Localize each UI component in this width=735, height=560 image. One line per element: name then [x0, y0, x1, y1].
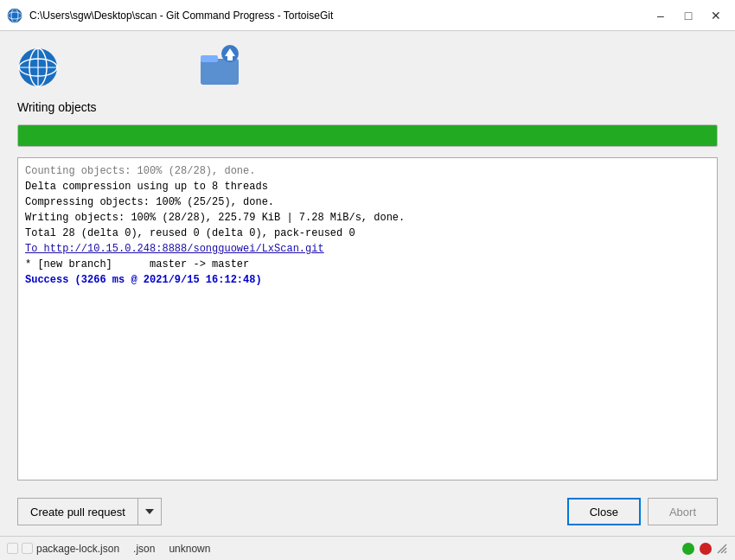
- dropdown-arrow-icon: [145, 509, 154, 514]
- status-bar: package-lock.json .json unknown: [0, 536, 735, 560]
- status-red-icon: [699, 542, 713, 556]
- window-title: C:\Users\sgw\Desktop\scan - Git Command …: [29, 10, 333, 22]
- log-line: Delta compression using up to 8 threads: [25, 179, 710, 194]
- tortoisegit-icon: [7, 8, 22, 23]
- button-bar: Create pull request Close Abort: [0, 491, 735, 536]
- progress-bar: [18, 125, 717, 146]
- log-line: To http://10.15.0.248:8888/songguowei/Lx…: [25, 241, 710, 257]
- titlebar-controls: – □ ✕: [649, 5, 728, 26]
- resize-icon: [716, 543, 728, 555]
- titlebar: C:\Users\sgw\Desktop\scan - Git Command …: [0, 0, 735, 31]
- icon-area: [0, 31, 735, 97]
- log-line: * [new branch] master -> master: [25, 257, 710, 272]
- window-body: Writing objects Counting objects: 100% (…: [0, 31, 735, 560]
- log-output[interactable]: Counting objects: 100% (28/28), done.Del…: [17, 157, 718, 480]
- statusbar-file: package-lock.json: [36, 543, 119, 555]
- log-line: Total 28 (delta 0), reused 0 (delta 0), …: [25, 226, 710, 241]
- statusbar-ext: .json: [133, 543, 155, 555]
- folder-upload-icon: [197, 45, 242, 90]
- svg-point-15: [700, 543, 712, 555]
- restore-button[interactable]: □: [676, 5, 700, 26]
- statusbar-status: unknown: [169, 543, 210, 555]
- svg-rect-9: [201, 59, 239, 85]
- log-line: Success (3266 ms @ 2021/9/15 16:12:48): [25, 272, 710, 288]
- log-line: Counting objects: 100% (28/28), done.: [25, 163, 710, 179]
- svg-point-14: [682, 543, 694, 555]
- progress-container: [17, 124, 718, 147]
- btn-left: Create pull request: [17, 498, 162, 525]
- status-green-icon: [681, 542, 695, 556]
- svg-rect-13: [227, 56, 233, 60]
- statusbar-checkbox: [7, 543, 18, 554]
- statusbar-filename: package-lock.json: [7, 543, 119, 555]
- log-line: Writing objects: 100% (28/28), 225.79 Ki…: [25, 210, 710, 226]
- titlebar-left: C:\Users\sgw\Desktop\scan - Git Command …: [7, 8, 333, 23]
- btn-right: Close Abort: [567, 498, 718, 525]
- create-pull-request-button[interactable]: Create pull request: [17, 498, 137, 525]
- status-label: Writing objects: [0, 97, 735, 121]
- globe-icon: [17, 47, 59, 88]
- log-line: Compressing objects: 100% (25/25), done.: [25, 194, 710, 210]
- create-pull-request-dropdown[interactable]: [137, 498, 162, 525]
- close-button[interactable]: Close: [567, 498, 641, 525]
- svg-rect-10: [201, 55, 218, 62]
- svg-line-18: [725, 551, 726, 553]
- statusbar-checkbox2: [22, 543, 33, 554]
- minimize-button[interactable]: –: [649, 5, 673, 26]
- abort-button[interactable]: Abort: [648, 498, 718, 525]
- close-window-button[interactable]: ✕: [704, 5, 728, 26]
